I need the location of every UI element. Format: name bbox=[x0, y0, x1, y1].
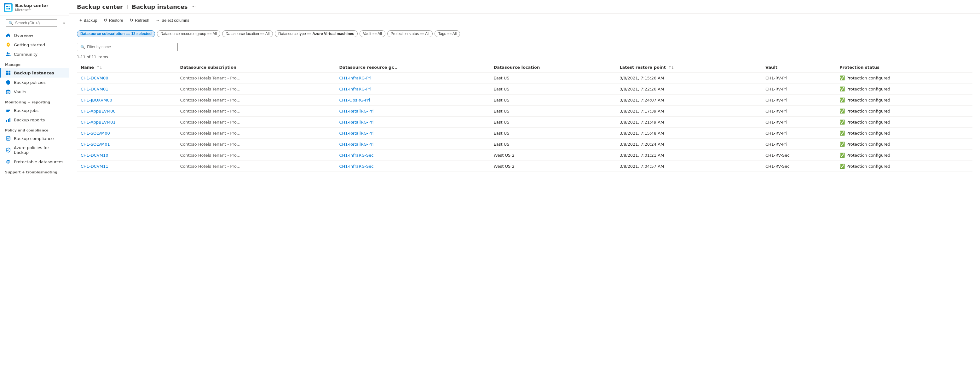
restore-icon: ↺ bbox=[104, 18, 107, 23]
filter-vault[interactable]: Vault == All bbox=[360, 30, 385, 37]
search-box[interactable]: 🔍 bbox=[6, 19, 57, 27]
app-title: Backup center bbox=[15, 3, 48, 8]
sidebar-collapse-button[interactable]: « bbox=[62, 20, 67, 26]
select-columns-button[interactable]: → Select columns bbox=[153, 16, 192, 24]
breadcrumb-backup-center: Backup center bbox=[77, 3, 123, 10]
col-datasource-rg: Datasource resource gr... bbox=[335, 62, 490, 73]
protection-configured-icon: ✅ bbox=[840, 142, 845, 147]
cell-rg-3[interactable]: CH1-RetailRG-Pri bbox=[335, 106, 490, 117]
cell-name-3[interactable]: CH1-AppBEVM00 bbox=[77, 106, 177, 117]
svg-point-20 bbox=[6, 160, 10, 161]
col-vault: Vault bbox=[762, 62, 836, 73]
table-row[interactable]: CH1-DCVM10 Contoso Hotels Tenant - Pro..… bbox=[77, 150, 972, 161]
nav-item-backup-policies[interactable]: Backup policies bbox=[0, 78, 69, 87]
nav-item-community[interactable]: Community bbox=[0, 49, 69, 59]
filter-name-input[interactable] bbox=[87, 45, 174, 49]
cell-sub-5: Contoso Hotels Tenant - Pro... bbox=[177, 128, 336, 139]
cell-name-4[interactable]: CH1-AppBEVM01 bbox=[77, 117, 177, 128]
toolbar: + Backup ↺ Restore ↻ Refresh → Select co… bbox=[69, 14, 980, 27]
cell-rg-6[interactable]: CH1-RetailRG-Pri bbox=[335, 139, 490, 150]
cell-name-0[interactable]: CH1-DCVM00 bbox=[77, 73, 177, 84]
cell-rg-5[interactable]: CH1-RetailRG-Pri bbox=[335, 128, 490, 139]
nav-item-overview[interactable]: Overview bbox=[0, 30, 69, 40]
protection-configured-icon: ✅ bbox=[840, 131, 845, 135]
nav-item-vaults[interactable]: Vaults bbox=[0, 87, 69, 96]
filter-datasource-sub[interactable]: Datasource subscription == 12 selected bbox=[77, 30, 155, 37]
cell-loc-7: West US 2 bbox=[490, 150, 616, 161]
table-row[interactable]: CH1-SQLVM01 Contoso Hotels Tenant - Pro.… bbox=[77, 139, 972, 150]
table-row[interactable]: CH1-SQLVM00 Contoso Hotels Tenant - Pro.… bbox=[77, 128, 972, 139]
cell-loc-2: East US bbox=[490, 95, 616, 106]
cell-rg-7[interactable]: CH1-InfraRG-Sec bbox=[335, 150, 490, 161]
nav-item-protectable-datasources[interactable]: Protectable datasources bbox=[0, 157, 69, 166]
nav-item-backup-jobs[interactable]: Backup jobs bbox=[0, 106, 69, 115]
table-row[interactable]: CH1-AppBEVM01 Contoso Hotels Tenant - Pr… bbox=[77, 117, 972, 128]
nav-item-backup-reports[interactable]: Backup reports bbox=[0, 115, 69, 124]
table-header-row: Name ↑↓ Datasource subscription Datasour… bbox=[77, 62, 972, 73]
nav-item-backup-compliance[interactable]: Backup compliance bbox=[0, 134, 69, 143]
table-row[interactable]: CH1-DCVM01 Contoso Hotels Tenant - Pro..… bbox=[77, 84, 972, 95]
cell-name-7[interactable]: CH1-DCVM10 bbox=[77, 150, 177, 161]
breadcrumb-divider: | bbox=[127, 5, 128, 9]
protection-configured-icon: ✅ bbox=[840, 164, 845, 169]
filter-datasource-sub-label: Datasource subscription == 12 selected bbox=[80, 32, 151, 36]
cell-name-6[interactable]: CH1-SQLVM01 bbox=[77, 139, 177, 150]
protection-configured-icon: ✅ bbox=[840, 86, 845, 91]
cell-name-2[interactable]: CH1-JBOXVM00 bbox=[77, 95, 177, 106]
more-options-button[interactable]: ··· bbox=[190, 3, 197, 10]
nav-item-getting-started[interactable]: Getting started bbox=[0, 40, 69, 49]
table-row[interactable]: CH1-AppBEVM00 Contoso Hotels Tenant - Pr… bbox=[77, 106, 972, 117]
search-icon: 🔍 bbox=[8, 21, 13, 25]
filter-datasource-rg[interactable]: Datasource resource group == All bbox=[157, 30, 220, 37]
home-icon bbox=[6, 33, 11, 38]
cell-loc-1: East US bbox=[490, 84, 616, 95]
nav-item-azure-policies[interactable]: Azure policies for backup bbox=[0, 143, 69, 157]
nav-label-backup-jobs: Backup jobs bbox=[14, 108, 38, 113]
filter-tags[interactable]: Tags == All bbox=[434, 30, 460, 37]
col-latest-restore[interactable]: Latest restore point ↑↓ bbox=[616, 62, 762, 73]
table-row[interactable]: CH1-DCVM00 Contoso Hotels Tenant - Pro..… bbox=[77, 73, 972, 84]
filter-input-row: 🔍 bbox=[77, 39, 972, 54]
filter-protection-status[interactable]: Protection status == All bbox=[387, 30, 433, 37]
cell-status-5: ✅ Protection configured bbox=[836, 128, 972, 139]
svg-rect-17 bbox=[8, 119, 9, 122]
table-row[interactable]: CH1-DCVM11 Contoso Hotels Tenant - Pro..… bbox=[77, 161, 972, 172]
cell-vault-1: CH1-RV-Pri bbox=[762, 84, 836, 95]
filter-input-box[interactable]: 🔍 bbox=[77, 43, 178, 51]
chart-icon bbox=[6, 117, 11, 122]
cell-restore-2: 3/8/2021, 7:24:07 AM bbox=[616, 95, 762, 106]
protection-status-text: Protection configured bbox=[846, 153, 890, 158]
cell-rg-4[interactable]: CH1-RetailRG-Pri bbox=[335, 117, 490, 128]
cell-rg-2[interactable]: CH1-OpsRG-Pri bbox=[335, 95, 490, 106]
cell-vault-2: CH1-RV-Pri bbox=[762, 95, 836, 106]
search-input[interactable] bbox=[15, 21, 54, 25]
cell-rg-1[interactable]: CH1-InfraRG-Pri bbox=[335, 84, 490, 95]
cell-status-1: ✅ Protection configured bbox=[836, 84, 972, 95]
filter-datasource-type[interactable]: Datasource type == Azure Virtual machine… bbox=[275, 30, 358, 37]
backup-button-label: Backup bbox=[83, 18, 97, 23]
restore-button[interactable]: ↺ Restore bbox=[101, 16, 126, 24]
col-name[interactable]: Name ↑↓ bbox=[77, 62, 177, 73]
cell-vault-4: CH1-RV-Pri bbox=[762, 117, 836, 128]
cell-rg-8[interactable]: CH1-InfraRG-Sec bbox=[335, 161, 490, 172]
columns-icon: → bbox=[156, 18, 160, 23]
filter-datasource-location-label: Datasource location == All bbox=[226, 32, 269, 36]
cell-vault-8: CH1-RV-Sec bbox=[762, 161, 836, 172]
svg-rect-16 bbox=[6, 120, 7, 122]
cell-restore-7: 3/8/2021, 7:01:21 AM bbox=[616, 150, 762, 161]
backup-button[interactable]: + Backup bbox=[77, 16, 100, 24]
cell-name-8[interactable]: CH1-DCVM11 bbox=[77, 161, 177, 172]
cell-status-3: ✅ Protection configured bbox=[836, 106, 972, 117]
nav-label-protectable-datasources: Protectable datasources bbox=[14, 159, 63, 164]
table-row[interactable]: CH1-JBOXVM00 Contoso Hotels Tenant - Pro… bbox=[77, 95, 972, 106]
cell-sub-6: Contoso Hotels Tenant - Pro... bbox=[177, 139, 336, 150]
protection-status-text: Protection configured bbox=[846, 87, 890, 91]
refresh-button[interactable]: ↻ Refresh bbox=[127, 16, 152, 24]
nav-label-backup-policies: Backup policies bbox=[14, 80, 46, 85]
filter-datasource-location[interactable]: Datasource location == All bbox=[222, 30, 273, 37]
nav-item-backup-instances[interactable]: Backup instances bbox=[0, 68, 69, 78]
cell-name-1[interactable]: CH1-DCVM01 bbox=[77, 84, 177, 95]
filter-tags-label: Tags == All bbox=[438, 32, 457, 36]
cell-rg-0[interactable]: CH1-InfraRG-Pri bbox=[335, 73, 490, 84]
cell-name-5[interactable]: CH1-SQLVM00 bbox=[77, 128, 177, 139]
